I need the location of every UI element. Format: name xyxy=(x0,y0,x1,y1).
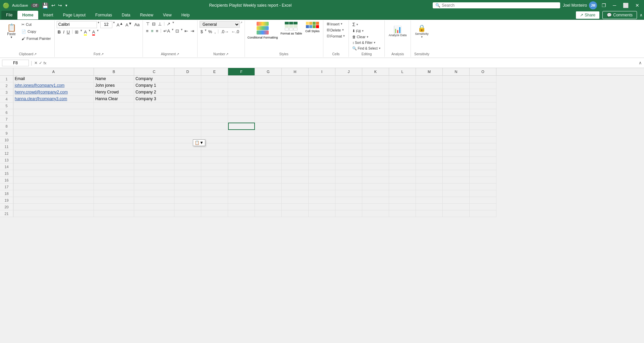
cell-o18[interactable] xyxy=(470,190,496,197)
cell-j14[interactable] xyxy=(335,163,362,170)
cell-e17[interactable] xyxy=(201,184,228,190)
cell-a3[interactable]: henry.crowd@company2.com xyxy=(13,89,94,96)
cell-j9[interactable] xyxy=(335,130,362,137)
cell-o16[interactable] xyxy=(470,177,496,184)
cell-g3[interactable] xyxy=(255,89,282,96)
paste-options-icon[interactable]: 📋▼ xyxy=(194,140,204,146)
cell-j7[interactable] xyxy=(335,116,362,123)
cell-i9[interactable] xyxy=(309,130,335,137)
cell-g13[interactable] xyxy=(255,157,282,163)
increase-font-button[interactable]: A▲ xyxy=(116,21,124,28)
cell-o1[interactable] xyxy=(470,76,496,82)
cell-j15[interactable] xyxy=(335,170,362,177)
cell-l14[interactable] xyxy=(389,163,416,170)
tab-help[interactable]: Help xyxy=(177,11,195,19)
cell-b19[interactable] xyxy=(94,197,134,204)
col-header-n[interactable]: N xyxy=(443,68,470,75)
cell-h10[interactable] xyxy=(282,137,309,143)
cell-c1[interactable]: Company xyxy=(134,76,174,82)
ribbon-collapse-button[interactable]: ∧ xyxy=(640,13,643,17)
cell-i10[interactable] xyxy=(309,137,335,143)
indent-inc-button[interactable]: ⇥ xyxy=(190,28,195,34)
col-header-f[interactable]: F xyxy=(228,68,255,75)
cell-m8[interactable] xyxy=(416,123,443,130)
cell-k14[interactable] xyxy=(362,163,389,170)
font-expand-icon[interactable]: ↗ xyxy=(101,52,104,56)
cell-m19[interactable] xyxy=(416,197,443,204)
cell-b11[interactable] xyxy=(94,143,134,150)
search-input[interactable] xyxy=(442,3,542,8)
cell-e15[interactable] xyxy=(201,170,228,177)
col-header-d[interactable]: D xyxy=(174,68,201,75)
cell-c3[interactable]: Company 2 xyxy=(134,89,174,96)
cell-n13[interactable] xyxy=(443,157,470,163)
row-num-20[interactable]: 20 xyxy=(0,204,13,210)
number-format-expand[interactable]: ↗ xyxy=(240,21,243,28)
cell-n20[interactable] xyxy=(443,204,470,210)
cell-d13[interactable] xyxy=(174,157,201,163)
cell-m10[interactable] xyxy=(416,137,443,143)
tab-formulas[interactable]: Formulas xyxy=(91,11,117,19)
cell-g10[interactable] xyxy=(255,137,282,143)
cell-f14[interactable] xyxy=(228,163,255,170)
cell-o11[interactable] xyxy=(470,143,496,150)
cell-b20[interactable] xyxy=(94,204,134,210)
cell-f5[interactable] xyxy=(228,102,255,109)
cell-a10[interactable] xyxy=(13,137,94,143)
cell-b18[interactable] xyxy=(94,190,134,197)
cell-l15[interactable] xyxy=(389,170,416,177)
comma-button[interactable]: , xyxy=(213,29,217,35)
conditional-formatting-button[interactable]: Conditional Formatting xyxy=(247,21,279,40)
minimize-button[interactable]: ─ xyxy=(611,2,618,9)
cell-h6[interactable] xyxy=(282,109,309,116)
cell-n14[interactable] xyxy=(443,163,470,170)
row-num-15[interactable]: 15 xyxy=(0,170,13,177)
cell-f12[interactable] xyxy=(228,150,255,157)
save-button[interactable]: 💾 xyxy=(42,2,49,9)
cell-l3[interactable] xyxy=(389,89,416,96)
cell-o19[interactable] xyxy=(470,197,496,204)
cell-b10[interactable] xyxy=(94,137,134,143)
cell-k1[interactable] xyxy=(362,76,389,82)
row-num-6[interactable]: 6 xyxy=(0,109,13,116)
cell-e4[interactable] xyxy=(201,96,228,102)
cell-e18[interactable] xyxy=(201,190,228,197)
tab-file[interactable]: File xyxy=(1,11,17,19)
cell-b13[interactable] xyxy=(94,157,134,163)
cell-e1[interactable] xyxy=(201,76,228,82)
cell-l11[interactable] xyxy=(389,143,416,150)
cell-i15[interactable] xyxy=(309,170,335,177)
find-select-button[interactable]: 🔍 Find & Select ▼ xyxy=(351,46,382,51)
cell-m15[interactable] xyxy=(416,170,443,177)
cell-a15[interactable] xyxy=(13,170,94,177)
cell-e16[interactable] xyxy=(201,177,228,184)
cell-i11[interactable] xyxy=(309,143,335,150)
cell-n12[interactable] xyxy=(443,150,470,157)
top-align-button[interactable]: ⊤ xyxy=(145,21,151,27)
col-header-e[interactable]: E xyxy=(201,68,228,75)
cell-i16[interactable] xyxy=(309,177,335,184)
cell-e21[interactable] xyxy=(201,210,228,217)
merge-button[interactable]: ⊡ xyxy=(174,28,180,34)
cell-m7[interactable] xyxy=(416,116,443,123)
cell-g2[interactable] xyxy=(255,82,282,89)
cell-c8[interactable] xyxy=(134,123,174,130)
tab-home[interactable]: Home xyxy=(17,11,38,19)
middle-align-button[interactable]: ⊟ xyxy=(151,21,157,27)
cell-h1[interactable] xyxy=(282,76,309,82)
cell-g21[interactable] xyxy=(255,210,282,217)
cell-a17[interactable] xyxy=(13,184,94,190)
cell-d12[interactable] xyxy=(174,150,201,157)
cell-f2[interactable] xyxy=(228,82,255,89)
cell-a21[interactable] xyxy=(13,210,94,217)
cell-n1[interactable] xyxy=(443,76,470,82)
cell-c17[interactable] xyxy=(134,184,174,190)
font-size-input[interactable] xyxy=(100,21,112,28)
cell-m4[interactable] xyxy=(416,96,443,102)
cell-l7[interactable] xyxy=(389,116,416,123)
tab-data[interactable]: Data xyxy=(117,11,135,19)
cell-l19[interactable] xyxy=(389,197,416,204)
cell-b1[interactable]: Name xyxy=(94,76,134,82)
cell-n19[interactable] xyxy=(443,197,470,204)
cell-g19[interactable] xyxy=(255,197,282,204)
